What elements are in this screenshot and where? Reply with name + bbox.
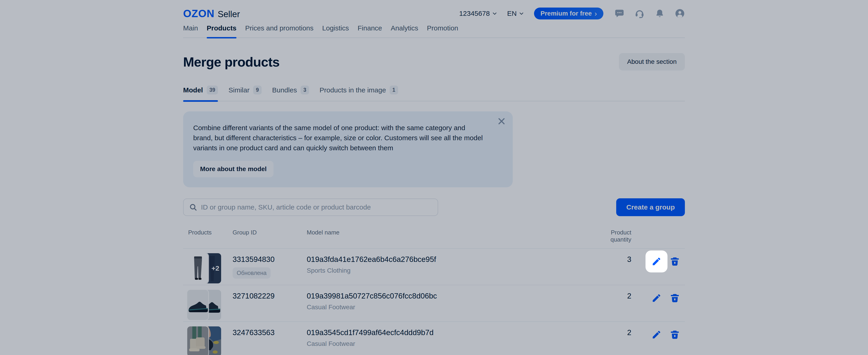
- table-header: Products Group ID Model name Product qua…: [183, 229, 685, 248]
- product-thumbnail-boot-1: [187, 326, 208, 355]
- chevron-down-icon: [492, 10, 498, 17]
- header-icons: [614, 8, 685, 19]
- account-id-dropdown[interactable]: 12345678: [459, 10, 497, 18]
- chat-icon[interactable]: [614, 8, 624, 19]
- extra-count-badge: +2: [212, 264, 219, 272]
- product-thumbnails: +2: [187, 253, 221, 283]
- premium-button[interactable]: Premium for free ›: [534, 7, 603, 20]
- row-actions: [631, 287, 685, 309]
- table-row: 3247633563 019a3545cd1f7499af64ecfc4ddd9…: [183, 321, 685, 355]
- nav-item-main[interactable]: Main: [183, 24, 198, 37]
- support-headset-icon[interactable]: [634, 8, 645, 19]
- chevron-down-icon: [519, 10, 524, 17]
- banner-text: Combine different variants of the same m…: [193, 123, 485, 153]
- edit-button[interactable]: [646, 287, 668, 309]
- product-thumbnail-sneaker-1: [187, 290, 208, 320]
- top-bar-right: 12345678 EN Premium for free ›: [459, 7, 685, 20]
- delete-button[interactable]: [670, 256, 680, 266]
- edit-button[interactable]: [646, 324, 668, 346]
- groups-table: Products Group ID Model name Product qua…: [183, 229, 685, 355]
- close-icon[interactable]: [497, 117, 506, 126]
- arrow-right-icon: ›: [594, 10, 597, 17]
- col-group-id: Group ID: [227, 229, 302, 236]
- tab-similar[interactable]: Similar 9: [228, 86, 261, 101]
- table-row: +2: [183, 248, 685, 285]
- tab-bundles-label: Bundles: [272, 86, 297, 94]
- tab-similar-label: Similar: [228, 86, 249, 94]
- premium-label: Premium for free: [540, 10, 592, 17]
- tab-similar-count: 9: [253, 86, 261, 94]
- section-tabs: Model 39 Similar 9 Bundles 3 Products in…: [183, 86, 685, 101]
- col-products: Products: [183, 229, 227, 236]
- logo-ozon: OZON: [183, 7, 215, 20]
- category: Casual Footwear: [307, 340, 597, 348]
- tab-model[interactable]: Model 39: [183, 86, 218, 101]
- delete-button[interactable]: [670, 330, 680, 340]
- delete-button[interactable]: [670, 293, 680, 303]
- group-id: 3271082229: [232, 290, 302, 300]
- model-name: 019a39981a50727c856c076fcc8d06bc: [307, 290, 597, 300]
- more-about-model-button[interactable]: More about the model: [193, 161, 274, 177]
- account-avatar-icon[interactable]: [675, 8, 685, 19]
- status-badge: Обновлена: [232, 267, 271, 279]
- top-bar: OZON Seller 12345678 EN Premium for free…: [183, 0, 685, 21]
- product-thumbnails: [187, 326, 221, 355]
- tab-products-in-the-image[interactable]: Products in the image 1: [319, 86, 398, 101]
- create-group-button[interactable]: Create a group: [616, 198, 685, 216]
- pencil-icon: [651, 330, 661, 340]
- trash-icon: [670, 330, 680, 340]
- pencil-icon: [651, 293, 661, 303]
- trash-icon: [670, 293, 680, 303]
- nav-item-logistics[interactable]: Logistics: [322, 24, 349, 37]
- trash-icon: [670, 256, 680, 266]
- product-quantity: 2: [597, 326, 631, 337]
- tab-model-count: 39: [207, 86, 218, 94]
- tab-products-in-image-count: 1: [390, 86, 398, 94]
- nav-item-analytics[interactable]: Analytics: [391, 24, 418, 37]
- ozon-seller-logo: OZON Seller: [183, 7, 240, 20]
- nav-item-promotion[interactable]: Promotion: [427, 24, 458, 37]
- language-dropdown[interactable]: EN: [507, 10, 525, 18]
- col-product-quantity: Product quantity: [597, 229, 631, 243]
- search-icon: [189, 203, 197, 212]
- group-id: 3313594830: [232, 253, 302, 264]
- about-section-button[interactable]: About the section: [619, 53, 685, 70]
- logo-seller: Seller: [218, 9, 240, 19]
- product-quantity: 3: [597, 253, 631, 264]
- row-actions: [631, 324, 685, 346]
- table-row: 3271082229 019a39981a50727c856c076fcc8d0…: [183, 285, 685, 321]
- page-title: Merge products: [183, 54, 279, 69]
- search-box[interactable]: [183, 198, 438, 216]
- nav-item-products[interactable]: Products: [207, 24, 237, 37]
- model-name: 019a3fda41e1762ea6b4c6a276bce95f: [307, 253, 597, 264]
- group-id: 3247633563: [232, 326, 302, 337]
- model-name: 019a3545cd1f7499af64ecfc4ddd9b7d: [307, 326, 597, 337]
- search-input[interactable]: [201, 203, 432, 211]
- tab-bundles-count: 3: [301, 86, 309, 94]
- product-thumbnail-pants: [187, 253, 208, 283]
- edit-button[interactable]: [646, 251, 668, 272]
- account-id: 12345678: [459, 10, 490, 18]
- nav-item-prices-and-promotions[interactable]: Prices and promotions: [245, 24, 313, 37]
- product-quantity: 2: [597, 290, 631, 300]
- pencil-icon: [651, 256, 661, 266]
- tab-products-in-image-label: Products in the image: [319, 86, 386, 94]
- category: Sports Clothing: [307, 267, 597, 274]
- language-label: EN: [507, 10, 517, 18]
- row-actions: [631, 251, 685, 272]
- product-thumbnails: [187, 290, 221, 320]
- nav-item-finance[interactable]: Finance: [358, 24, 382, 37]
- notifications-bell-icon[interactable]: [655, 8, 665, 19]
- tab-model-label: Model: [183, 86, 203, 94]
- col-model-name: Model name: [302, 229, 597, 236]
- category: Casual Footwear: [307, 303, 597, 311]
- info-banner: Combine different variants of the same m…: [183, 111, 513, 187]
- main-nav: Main Products Prices and promotions Logi…: [183, 24, 685, 38]
- tab-bundles[interactable]: Bundles 3: [272, 86, 309, 101]
